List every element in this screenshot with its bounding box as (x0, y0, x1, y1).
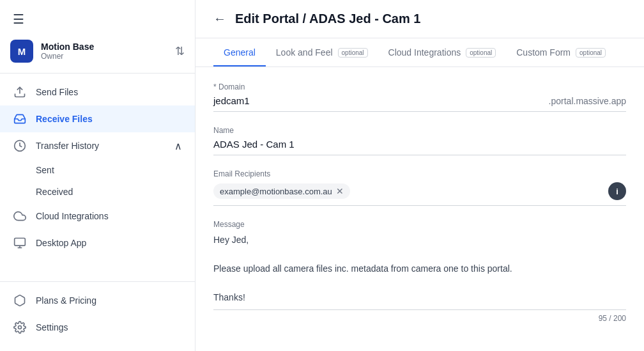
sidebar-item-send-files[interactable]: Send Files (0, 79, 195, 105)
page-title: Edit Portal / ADAS Jed - Cam 1 (235, 12, 420, 26)
settings-label: Settings (36, 322, 182, 332)
sidebar-item-plans-pricing[interactable]: Plans & Pricing (0, 287, 195, 314)
user-info: Motion Base Owner (41, 42, 167, 61)
main-content: ← Edit Portal / ADAS Jed - Cam 1 General… (195, 0, 644, 351)
desktop-icon (13, 237, 27, 249)
tab-cloud-integrations-badge: optional (466, 48, 496, 58)
name-value[interactable]: ADAS Jed - Cam 1 (213, 139, 626, 150)
transfer-history-label: Transfer History (36, 141, 165, 151)
sidebar-item-receive-files[interactable]: Receive Files (0, 105, 195, 132)
sidebar: ☰ M Motion Base Owner ⇅ Send Files Recei… (0, 0, 195, 351)
sidebar-item-sent[interactable]: Sent (36, 159, 195, 181)
send-files-label: Send Files (36, 87, 182, 97)
transfer-history-submenu: Sent Received (0, 159, 195, 203)
svg-point-5 (19, 326, 22, 329)
receive-files-label: Receive Files (36, 114, 182, 124)
clock-icon (13, 139, 27, 152)
email-tag[interactable]: example@motionbase.com.au ✕ (213, 183, 350, 199)
message-field-group: Message Hey Jed, Please upload all camer… (213, 220, 626, 323)
tab-look-feel-label: Look and Feel (276, 47, 333, 58)
user-name: Motion Base (41, 42, 167, 52)
domain-value[interactable]: jedcam1 (213, 95, 549, 106)
avatar: M (10, 40, 33, 63)
hamburger-icon: ☰ (13, 12, 24, 26)
tab-general[interactable]: General (213, 38, 266, 66)
tab-cloud-integrations[interactable]: Cloud Integrations optional (378, 38, 507, 66)
cloud-integrations-label: Cloud Integrations (36, 211, 182, 221)
domain-label: * Domain (213, 82, 626, 91)
tab-general-label: General (224, 47, 256, 58)
user-role: Owner (41, 52, 167, 61)
upload-icon (13, 86, 27, 98)
tab-look-feel[interactable]: Look and Feel optional (266, 38, 378, 66)
sidebar-item-desktop-app[interactable]: Desktop App (0, 230, 195, 256)
plans-icon (13, 294, 27, 307)
page-header: ← Edit Portal / ADAS Jed - Cam 1 (195, 0, 644, 38)
settings-icon (13, 321, 27, 334)
sidebar-footer: Plans & Pricing Settings (0, 281, 195, 351)
sidebar-item-received[interactable]: Received (36, 181, 195, 203)
desktop-app-label: Desktop App (36, 238, 182, 248)
email-tag-value: example@motionbase.com.au (220, 187, 332, 196)
sidebar-item-transfer-history[interactable]: Transfer History ∧ (0, 132, 195, 159)
user-chevron-icon: ⇅ (175, 44, 185, 58)
domain-suffix: .portal.massive.app (549, 96, 626, 106)
tab-cloud-integrations-label: Cloud Integrations (388, 47, 461, 58)
email-label: Email Recipients (213, 169, 626, 178)
tab-look-feel-badge: optional (338, 48, 368, 58)
sidebar-item-cloud-integrations[interactable]: Cloud Integrations (0, 203, 195, 230)
user-profile[interactable]: M Motion Base Owner ⇅ (0, 33, 195, 74)
sidebar-nav: Send Files Receive Files Transfer Histor… (0, 74, 195, 281)
inbox-icon (13, 113, 27, 125)
name-field-group: Name ADAS Jed - Cam 1 (213, 126, 626, 155)
name-label: Name (213, 126, 626, 135)
message-value[interactable]: Hey Jed, Please upload all camera files … (213, 233, 626, 310)
email-field-group: Email Recipients example@motionbase.com.… (213, 169, 626, 206)
domain-field-group: * Domain jedcam1 .portal.massive.app (213, 82, 626, 112)
form-area: * Domain jedcam1 .portal.massive.app Nam… (195, 67, 644, 351)
tab-bar: General Look and Feel optional Cloud Int… (195, 38, 644, 67)
svg-rect-2 (15, 238, 26, 246)
hamburger-button[interactable]: ☰ (0, 0, 195, 33)
tab-custom-form-badge: optional (576, 48, 606, 58)
name-row: ADAS Jed - Cam 1 (213, 139, 626, 155)
tab-custom-form-label: Custom Form (516, 47, 571, 58)
email-tag-remove-button[interactable]: ✕ (336, 186, 344, 196)
sidebar-item-settings[interactable]: Settings (0, 314, 195, 341)
back-button[interactable]: ← (213, 12, 226, 26)
char-count: 95 / 200 (213, 314, 626, 323)
cloud-icon (13, 210, 27, 222)
message-label: Message (213, 220, 626, 229)
transfer-history-chevron-icon: ∧ (174, 140, 182, 152)
plans-pricing-label: Plans & Pricing (36, 295, 182, 306)
info-button[interactable]: i (608, 182, 626, 200)
email-row: example@motionbase.com.au ✕ i (213, 182, 626, 206)
domain-row: jedcam1 .portal.massive.app (213, 95, 626, 112)
tab-custom-form[interactable]: Custom Form optional (506, 38, 616, 66)
